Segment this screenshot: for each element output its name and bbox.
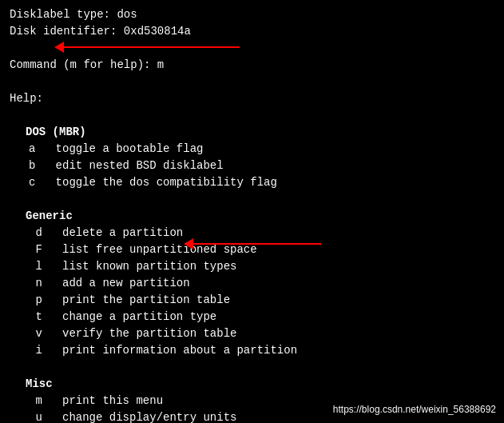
line-gen-v: v verify the partition table: [10, 325, 494, 342]
blank-5: [10, 359, 494, 376]
terminal-output: Disklabel type: dos Disk identifier: 0xd…: [0, 0, 504, 423]
line-gen-i: i print information about a partition: [10, 342, 494, 359]
blank-2: [10, 74, 494, 90]
line-gen-t: t change a partition type: [10, 309, 494, 325]
line-disk-id: Disk identifier: 0xd530814a: [10, 23, 494, 40]
line-generic-header: Generic: [10, 208, 494, 225]
arrow-command-indicator: [54, 42, 240, 53]
watermark: https://blog.csdn.net/weixin_56388692: [333, 404, 496, 415]
line-help: Help:: [10, 90, 494, 107]
line-gen-n: n add a new partition: [10, 275, 494, 292]
line-dos-a: a toggle a bootable flag: [10, 141, 494, 158]
blank-3: [10, 107, 494, 124]
line-misc-header: Misc: [10, 376, 494, 393]
line-dos-header: DOS (MBR): [10, 124, 494, 141]
arrow-line-command: [64, 46, 240, 48]
blank-4: [10, 191, 494, 208]
arrow-head-command: [54, 42, 64, 53]
line-gen-p: p print the partition table: [10, 292, 494, 309]
arrow-head-n: [184, 238, 193, 249]
line-gen-l: l list known partition types: [10, 258, 494, 275]
line-dos-b: b edit nested BSD disklabel: [10, 158, 494, 174]
arrow-n-indicator: [184, 238, 321, 249]
line-dos-c: c toggle the dos compatibility flag: [10, 174, 494, 191]
line-disklabel: Disklabel type: dos: [10, 6, 494, 23]
line-command: Command (m for help): m: [10, 57, 494, 74]
arrow-line-n: [193, 243, 321, 245]
